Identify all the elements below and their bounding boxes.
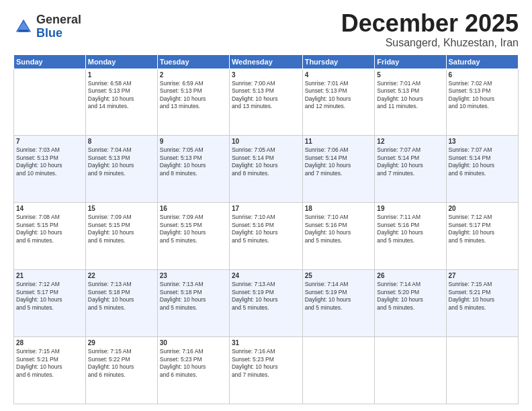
day-info-line: Sunrise: 7:11 AM (377, 214, 443, 221)
calendar-cell: 26Sunrise: 7:14 AMSunset: 5:20 PMDayligh… (375, 270, 446, 337)
day-number: 14 (16, 205, 83, 212)
calendar-cell: 20Sunrise: 7:12 AMSunset: 5:17 PMDayligh… (446, 203, 519, 270)
calendar-cell: 13Sunrise: 7:07 AMSunset: 5:14 PMDayligh… (446, 136, 519, 203)
day-number: 19 (377, 205, 443, 212)
day-number: 23 (160, 272, 227, 279)
day-info-line: and 14 minutes. (88, 103, 155, 110)
day-info-line: Sunset: 5:15 PM (160, 222, 227, 229)
calendar-cell: 8Sunrise: 7:04 AMSunset: 5:13 PMDaylight… (85, 136, 157, 203)
day-info-line: Sunset: 5:18 PM (88, 289, 155, 296)
day-info-line: Sunset: 5:18 PM (160, 289, 227, 296)
day-info-line: Daylight: 10 hours (305, 229, 373, 236)
day-info-line: Sunrise: 7:14 AM (377, 281, 443, 288)
weekday-header-saturday: Saturday (446, 54, 519, 68)
calendar-cell: 17Sunrise: 7:10 AMSunset: 5:16 PMDayligh… (229, 203, 302, 270)
day-info-line: Daylight: 10 hours (449, 229, 517, 236)
day-number: 12 (377, 138, 443, 145)
weekday-header-row: SundayMondayTuesdayWednesdayThursdayFrid… (14, 54, 519, 68)
day-number: 30 (160, 339, 227, 347)
calendar-row-0: 1Sunrise: 6:58 AMSunset: 5:13 PMDaylight… (14, 68, 519, 136)
calendar-cell: 25Sunrise: 7:14 AMSunset: 5:19 PMDayligh… (302, 270, 375, 337)
weekday-header-friday: Friday (375, 54, 446, 68)
day-info-line: Sunrise: 7:13 AM (88, 281, 155, 288)
day-info-line: Sunrise: 7:00 AM (232, 80, 300, 87)
calendar-cell: 21Sunrise: 7:12 AMSunset: 5:17 PMDayligh… (14, 270, 86, 337)
calendar-cell: 28Sunrise: 7:15 AMSunset: 5:21 PMDayligh… (14, 337, 86, 404)
day-info-line: Daylight: 10 hours (232, 363, 300, 371)
day-number: 2 (160, 71, 227, 79)
day-info-line: and 9 minutes. (88, 170, 155, 177)
day-info-line: and 8 minutes. (160, 170, 227, 177)
calendar-cell: 27Sunrise: 7:15 AMSunset: 5:21 PMDayligh… (446, 270, 519, 337)
day-info-line: and 13 minutes. (160, 103, 227, 110)
day-info-line: Daylight: 10 hours (232, 296, 300, 304)
day-info-line: Sunrise: 7:07 AM (449, 146, 517, 154)
page: General Blue December 2025 Susangerd, Kh… (0, 0, 532, 411)
calendar-cell (375, 337, 446, 404)
day-info-line: and 6 minutes. (160, 371, 227, 379)
day-number: 6 (449, 71, 517, 79)
calendar-cell: 23Sunrise: 7:13 AMSunset: 5:18 PMDayligh… (157, 270, 229, 337)
day-info-line: and 12 minutes. (305, 103, 373, 110)
day-number: 5 (377, 71, 443, 79)
day-info-line: Daylight: 10 hours (449, 162, 517, 169)
day-info-line: Sunset: 5:16 PM (232, 222, 300, 229)
calendar-cell: 4Sunrise: 7:01 AMSunset: 5:13 PMDaylight… (302, 68, 375, 136)
day-info-line: and 6 minutes. (449, 170, 517, 177)
day-info-line: Sunrise: 7:13 AM (160, 281, 227, 288)
day-info-line: Daylight: 10 hours (88, 363, 155, 371)
day-info-line: Sunset: 5:15 PM (88, 222, 155, 229)
day-info-line: and 6 minutes. (88, 371, 155, 379)
day-info-line: Sunrise: 7:09 AM (88, 214, 155, 221)
day-info-line: Daylight: 10 hours (160, 296, 227, 304)
day-info-line: Sunset: 5:21 PM (16, 356, 83, 363)
day-info-line: Sunrise: 7:14 AM (305, 281, 373, 288)
day-info-line: Sunrise: 7:15 AM (16, 348, 83, 355)
day-info-line: Sunrise: 7:06 AM (305, 146, 373, 154)
day-info-line: Sunset: 5:16 PM (305, 222, 373, 229)
day-info-line: Sunset: 5:14 PM (305, 154, 373, 162)
day-number: 13 (449, 138, 517, 145)
day-info-line: Sunset: 5:13 PM (449, 87, 517, 95)
day-info-line: and 5 minutes. (232, 304, 300, 312)
calendar-cell: 29Sunrise: 7:15 AMSunset: 5:22 PMDayligh… (85, 337, 157, 404)
day-info-line: Daylight: 10 hours (160, 162, 227, 169)
day-number: 17 (232, 205, 300, 212)
day-info-line: and 6 minutes. (16, 371, 83, 379)
day-info-line: Sunset: 5:14 PM (377, 154, 443, 162)
day-info-line: and 10 minutes. (449, 103, 517, 110)
day-info-line: Daylight: 10 hours (160, 95, 227, 103)
calendar-cell: 18Sunrise: 7:10 AMSunset: 5:16 PMDayligh… (302, 203, 375, 270)
day-info-line: Sunrise: 7:07 AM (377, 146, 443, 154)
logo-text: General Blue (36, 13, 81, 40)
day-info-line: Sunrise: 7:10 AM (232, 214, 300, 221)
day-info-line: Sunset: 5:13 PM (160, 154, 227, 162)
day-info-line: Sunrise: 6:58 AM (88, 80, 155, 87)
day-info-line: Daylight: 10 hours (16, 296, 83, 304)
calendar-cell: 5Sunrise: 7:01 AMSunset: 5:13 PMDaylight… (375, 68, 446, 136)
day-info-line: and 5 minutes. (377, 304, 443, 312)
day-info-line: and 5 minutes. (88, 304, 155, 312)
day-info-line: and 10 minutes. (16, 170, 83, 177)
day-info-line: and 5 minutes. (305, 304, 373, 312)
day-info-line: Sunrise: 7:15 AM (88, 348, 155, 355)
day-info-line: Daylight: 10 hours (377, 95, 443, 103)
day-info-line: Daylight: 10 hours (377, 296, 443, 304)
day-info-line: Sunset: 5:17 PM (449, 222, 517, 229)
day-info-line: Sunset: 5:23 PM (160, 356, 227, 363)
day-info-line: Daylight: 10 hours (16, 162, 83, 169)
day-info-line: Sunrise: 7:09 AM (160, 214, 227, 221)
day-info-line: Daylight: 10 hours (232, 162, 300, 169)
day-info-line: Sunrise: 7:05 AM (160, 146, 227, 154)
calendar-cell: 22Sunrise: 7:13 AMSunset: 5:18 PMDayligh… (85, 270, 157, 337)
weekday-header-tuesday: Tuesday (157, 54, 229, 68)
day-info-line: Daylight: 10 hours (305, 95, 373, 103)
day-info-line: Daylight: 10 hours (449, 95, 517, 103)
day-info-line: and 6 minutes. (16, 237, 83, 244)
day-info-line: Sunrise: 7:16 AM (160, 348, 227, 355)
day-number: 11 (305, 138, 373, 145)
day-info-line: Sunrise: 7:12 AM (16, 281, 83, 288)
calendar-cell: 1Sunrise: 6:58 AMSunset: 5:13 PMDaylight… (85, 68, 157, 136)
day-info-line: Sunrise: 7:08 AM (16, 214, 83, 221)
calendar-cell: 16Sunrise: 7:09 AMSunset: 5:15 PMDayligh… (157, 203, 229, 270)
